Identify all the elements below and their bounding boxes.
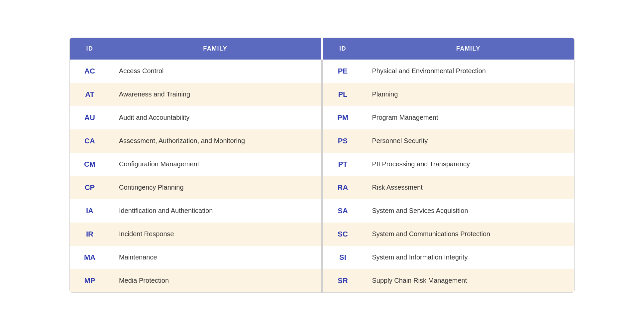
table-row: ATAwareness and TrainingPLPlanning (70, 83, 574, 106)
table-row: IRIncident ResponseSCSystem and Communic… (70, 223, 574, 246)
family-cell-left: Maintenance (110, 246, 321, 269)
id-cell-right: PT (323, 153, 363, 176)
header-col1-family: FAMILY (110, 38, 321, 60)
header-col2-family: FAMILY (363, 38, 574, 60)
id-cell-right: PM (323, 106, 363, 129)
family-cell-right: Personnel Security (363, 129, 574, 153)
family-cell-left: Awareness and Training (110, 83, 321, 106)
table-row: AUAudit and AccountabilityPMProgram Mana… (70, 106, 574, 129)
table-header-row: ID FAMILY ID FAMILY (70, 38, 574, 60)
table-row: MAMaintenanceSISystem and Information In… (70, 246, 574, 269)
id-cell-left: AU (70, 106, 110, 129)
family-cell-right: Risk Assessment (363, 176, 574, 199)
main-table-container: ID FAMILY ID FAMILY ACAccess ControlPEPh… (69, 38, 575, 293)
family-cell-left: Identification and Authentication (110, 199, 321, 223)
table-row: CPContingency PlanningRARisk Assessment (70, 176, 574, 199)
id-cell-left: CA (70, 129, 110, 153)
table-row: CMConfiguration ManagementPTPII Processi… (70, 153, 574, 176)
family-cell-left: Assessment, Authorization, and Monitorin… (110, 129, 321, 153)
id-cell-left: IR (70, 223, 110, 246)
table-row: CAAssessment, Authorization, and Monitor… (70, 129, 574, 153)
header-col1-id: ID (70, 38, 110, 60)
family-cell-right: Physical and Environmental Protection (363, 60, 574, 83)
id-cell-right: SC (323, 223, 363, 246)
table-row: ACAccess ControlPEPhysical and Environme… (70, 60, 574, 83)
family-cell-right: System and Services Acquisition (363, 199, 574, 223)
id-cell-left: AT (70, 83, 110, 106)
id-cell-right: PS (323, 129, 363, 153)
id-cell-left: AC (70, 60, 110, 83)
family-cell-left: Audit and Accountability (110, 106, 321, 129)
id-cell-right: RA (323, 176, 363, 199)
id-cell-right: PL (323, 83, 363, 106)
table-row: MPMedia ProtectionSRSupply Chain Risk Ma… (70, 269, 574, 292)
table-row: IAIdentification and AuthenticationSASys… (70, 199, 574, 223)
family-cell-left: Access Control (110, 60, 321, 83)
id-cell-left: CP (70, 176, 110, 199)
family-cell-right: System and Information Integrity (363, 246, 574, 269)
id-cell-left: IA (70, 199, 110, 223)
id-cell-right: SI (323, 246, 363, 269)
family-cell-right: Planning (363, 83, 574, 106)
family-cell-left: Contingency Planning (110, 176, 321, 199)
family-cell-right: Program Management (363, 106, 574, 129)
family-cell-right: PII Processing and Transparency (363, 153, 574, 176)
id-cell-left: MP (70, 269, 110, 292)
id-cell-right: SR (323, 269, 363, 292)
header-col2-id: ID (323, 38, 363, 60)
id-cell-left: MA (70, 246, 110, 269)
family-cell-left: Media Protection (110, 269, 321, 292)
control-families-table: ID FAMILY ID FAMILY ACAccess ControlPEPh… (70, 38, 574, 292)
family-cell-right: System and Communications Protection (363, 223, 574, 246)
family-cell-left: Configuration Management (110, 153, 321, 176)
family-cell-right: Supply Chain Risk Management (363, 269, 574, 292)
id-cell-right: SA (323, 199, 363, 223)
family-cell-left: Incident Response (110, 223, 321, 246)
id-cell-right: PE (323, 60, 363, 83)
id-cell-left: CM (70, 153, 110, 176)
